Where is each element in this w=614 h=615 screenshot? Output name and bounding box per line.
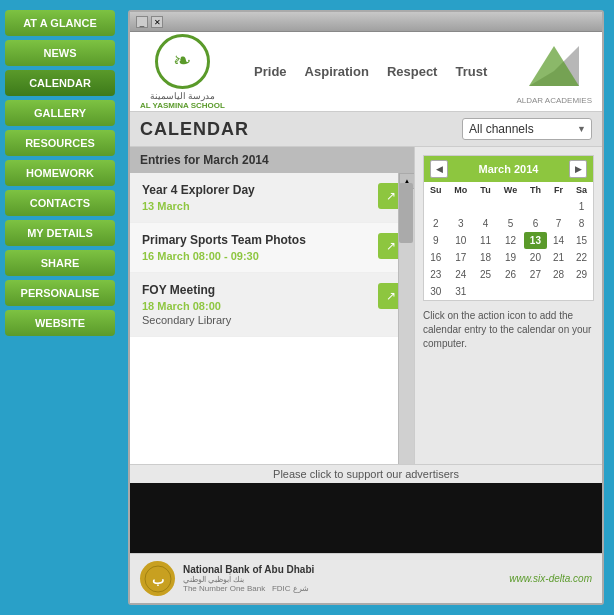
sidebar-item-calendar[interactable]: CALENDAR <box>5 70 115 96</box>
entry-info-3: FOY Meeting 18 March 08:00 Secondary Lib… <box>142 283 231 326</box>
sidebar-item-contacts[interactable]: CONTACTS <box>5 190 115 216</box>
title-bar-buttons: _ ✕ <box>136 16 163 28</box>
cal-day-6[interactable]: 6 <box>524 215 547 232</box>
cal-empty-0-1 <box>448 198 474 215</box>
cal-day-header-Fr: Fr <box>547 182 570 198</box>
footer-area: Please click to support our advertisers … <box>130 464 602 603</box>
cal-day-10[interactable]: 10 <box>448 232 474 249</box>
tagline-pride: Pride <box>254 64 287 79</box>
cal-prev-button[interactable]: ◀ <box>430 160 448 178</box>
cal-day-27[interactable]: 27 <box>524 266 547 283</box>
mini-cal-header: ◀ March 2014 ▶ <box>424 156 593 182</box>
cal-day-30[interactable]: 30 <box>424 283 448 300</box>
cal-day-24[interactable]: 24 <box>448 266 474 283</box>
delta-text: www.six-delta.com <box>509 573 592 584</box>
bank-name-area: National Bank of Abu Dhabi بنك أبوظبي ال… <box>183 564 314 593</box>
aldar-logo <box>519 39 589 94</box>
sidebar-item-at-a-glance[interactable]: AT A GLANCE <box>5 10 115 36</box>
cal-day-11[interactable]: 11 <box>474 232 497 249</box>
sidebar: AT A GLANCENEWSCALENDARGALLERYRESOURCESH… <box>0 0 120 615</box>
cal-day-14[interactable]: 14 <box>547 232 570 249</box>
cal-day-5[interactable]: 5 <box>497 215 524 232</box>
sidebar-item-my-details[interactable]: MY DETAILS <box>5 220 115 246</box>
cal-empty-5-4 <box>524 283 547 300</box>
mini-cal-table: SuMoTuWeThFrSa 1234567891011121314151617… <box>424 182 593 300</box>
cal-next-button[interactable]: ▶ <box>569 160 587 178</box>
tagline-trust: Trust <box>455 64 487 79</box>
school-logo-icon: ❧ <box>173 48 191 74</box>
cal-day-28[interactable]: 28 <box>547 266 570 283</box>
cal-day-31[interactable]: 31 <box>448 283 474 300</box>
cal-day-26[interactable]: 26 <box>497 266 524 283</box>
school-tagline: Pride Aspiration Respect Trust <box>254 64 487 79</box>
entries-header: Entries for March 2014 <box>130 147 414 173</box>
cal-empty-5-3 <box>497 283 524 300</box>
entry-info-1: Year 4 Explorer Day 13 March <box>142 183 255 212</box>
cal-day-2[interactable]: 2 <box>424 215 448 232</box>
cal-day-3[interactable]: 3 <box>448 215 474 232</box>
title-bar: _ ✕ <box>130 12 602 32</box>
cal-day-9[interactable]: 9 <box>424 232 448 249</box>
sidebar-item-gallery[interactable]: GALLERY <box>5 100 115 126</box>
entry-info-2: Primary Sports Team Photos 16 March 08:0… <box>142 233 306 262</box>
cal-empty-5-2 <box>474 283 497 300</box>
channel-select-wrapper[interactable]: All channels <box>462 118 592 140</box>
cal-day-13[interactable]: 13 <box>524 232 547 249</box>
entry-subtitle-3: Secondary Library <box>142 314 231 326</box>
entry-item-3: FOY Meeting 18 March 08:00 Secondary Lib… <box>130 273 414 337</box>
bank-logo-icon: ب <box>140 561 175 596</box>
cal-day-header-Su: Su <box>424 182 448 198</box>
sidebar-item-news[interactable]: NEWS <box>5 40 115 66</box>
cal-week-1: 2345678 <box>424 215 593 232</box>
cal-day-8[interactable]: 8 <box>570 215 593 232</box>
cal-day-4[interactable]: 4 <box>474 215 497 232</box>
cal-day-header-Tu: Tu <box>474 182 497 198</box>
cal-day-header-Th: Th <box>524 182 547 198</box>
bank-fdic: The Number One Bank FDIC شرع <box>183 584 314 593</box>
school-logo-circle: ❧ <box>155 34 210 89</box>
entry-item-2: Primary Sports Team Photos 16 March 08:0… <box>130 223 414 273</box>
cal-day-23[interactable]: 23 <box>424 266 448 283</box>
cal-day-17[interactable]: 17 <box>448 249 474 266</box>
cal-day-20[interactable]: 20 <box>524 249 547 266</box>
sidebar-item-share[interactable]: SHARE <box>5 250 115 276</box>
scroll-thumb[interactable] <box>399 183 413 243</box>
entry-date-2: 16 March 08:00 - 09:30 <box>142 250 306 262</box>
aldar-text: ALDAR ACADEMIES <box>516 96 592 105</box>
svg-text:ب: ب <box>152 572 164 587</box>
sidebar-item-personalise[interactable]: PERSONALISE <box>5 280 115 306</box>
cal-day-16[interactable]: 16 <box>424 249 448 266</box>
entry-action-icon-3: ↗ <box>386 289 396 303</box>
cal-day-21[interactable]: 21 <box>547 249 570 266</box>
close-button[interactable]: ✕ <box>151 16 163 28</box>
bank-english-name: National Bank of Abu Dhabi <box>183 564 314 575</box>
cal-empty-5-6 <box>570 283 593 300</box>
ad-support-text: Please click to support our advertisers <box>130 464 602 483</box>
sidebar-item-website[interactable]: WEBSITE <box>5 310 115 336</box>
mini-cal-title: March 2014 <box>479 163 539 175</box>
cal-day-29[interactable]: 29 <box>570 266 593 283</box>
cal-week-5: 3031 <box>424 283 593 300</box>
cal-day-18[interactable]: 18 <box>474 249 497 266</box>
sidebar-item-homework[interactable]: HOMEWORK <box>5 160 115 186</box>
cal-day-12[interactable]: 12 <box>497 232 524 249</box>
cal-empty-0-5 <box>547 198 570 215</box>
entry-title-3: FOY Meeting <box>142 283 231 297</box>
channel-select[interactable]: All channels <box>462 118 592 140</box>
cal-day-header-Sa: Sa <box>570 182 593 198</box>
school-logo-right: ALDAR ACADEMIES <box>516 39 592 105</box>
cal-day-15[interactable]: 15 <box>570 232 593 249</box>
sidebar-item-resources[interactable]: RESOURCES <box>5 130 115 156</box>
entry-title-2: Primary Sports Team Photos <box>142 233 306 247</box>
cal-day-25[interactable]: 25 <box>474 266 497 283</box>
cal-day-22[interactable]: 22 <box>570 249 593 266</box>
ad-inner[interactable] <box>130 483 602 553</box>
cal-day-19[interactable]: 19 <box>497 249 524 266</box>
minimize-button[interactable]: _ <box>136 16 148 28</box>
school-logo-left: ❧ مدرسة الياسمينة AL YASMINA SCHOOL <box>140 34 225 110</box>
cal-empty-0-2 <box>474 198 497 215</box>
cal-empty-0-0 <box>424 198 448 215</box>
cal-day-7[interactable]: 7 <box>547 215 570 232</box>
cal-day-1[interactable]: 1 <box>570 198 593 215</box>
cal-empty-5-5 <box>547 283 570 300</box>
